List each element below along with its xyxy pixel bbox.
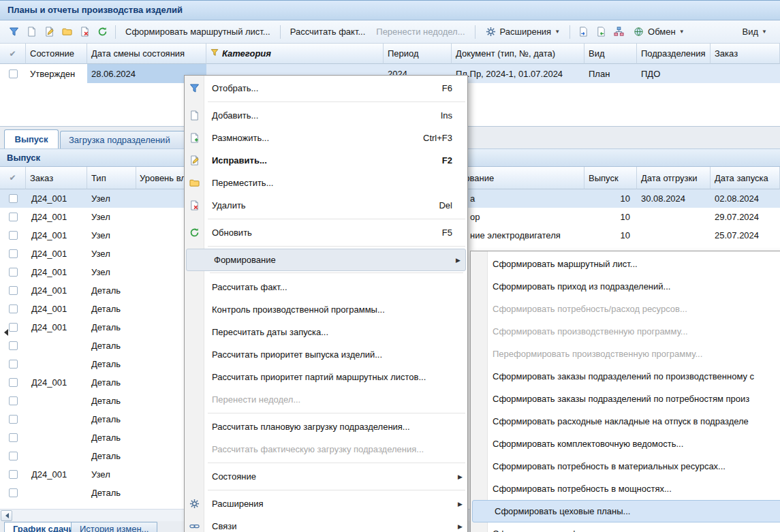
submenu-item-resource-need: Сформировать потребность/расход ресурсов… bbox=[471, 298, 780, 320]
menu-item-calc-planned-load[interactable]: Рассчитать плановую загрузку подразделен… bbox=[185, 416, 467, 438]
submenu-item-material-need[interactable]: Сформировать потребность в материальных … bbox=[471, 455, 780, 478]
copy-document-icon bbox=[189, 132, 200, 144]
delete-document-icon bbox=[189, 200, 200, 211]
header-category[interactable]: Категория bbox=[206, 44, 384, 64]
row-checkbox[interactable] bbox=[9, 268, 18, 277]
menu-item-refresh[interactable]: Обновить F5 bbox=[185, 221, 467, 244]
calc-fact-button[interactable]: Рассчитать факт... bbox=[285, 24, 371, 40]
header-check[interactable]: ✔ bbox=[0, 44, 26, 64]
row-checkbox[interactable] bbox=[9, 396, 18, 405]
menu-item-calc-actual-load: Рассчитать фактическую загрузку подразде… bbox=[185, 438, 467, 460]
submenu-item-route-sheet[interactable]: Сформировать маршрутный лист... bbox=[471, 253, 780, 275]
check-icon: ✔ bbox=[9, 49, 16, 59]
header-check[interactable]: ✔ bbox=[0, 167, 26, 189]
row-checkbox[interactable] bbox=[9, 286, 18, 295]
header-order[interactable]: Заказ bbox=[711, 44, 780, 64]
cell-launch-date: 25.07.2024 bbox=[711, 226, 780, 245]
filter-icon[interactable] bbox=[5, 24, 22, 40]
cell-order: Д24_001 bbox=[26, 318, 87, 337]
header-departments[interactable]: Подразделения bbox=[637, 44, 711, 64]
row-checkbox[interactable] bbox=[9, 378, 18, 387]
view-button[interactable]: Вид▼ bbox=[738, 24, 772, 40]
extensions-button[interactable]: Расширения▼ bbox=[480, 24, 565, 40]
submenu-item-picking-list[interactable]: Сформировать комплектовочную ведомость..… bbox=[471, 433, 780, 455]
toolbar-separator bbox=[475, 25, 475, 39]
header-state[interactable]: Состояние bbox=[26, 44, 87, 64]
submenu-item-dept-orders-production[interactable]: Сформировать заказы подразделений по про… bbox=[471, 365, 780, 388]
row-checkbox[interactable] bbox=[9, 69, 18, 78]
row-checkbox[interactable] bbox=[9, 341, 18, 350]
row-checkbox[interactable] bbox=[9, 194, 18, 203]
menu-item-program-control[interactable]: Контроль производственной программы... bbox=[185, 298, 467, 321]
tab-output[interactable]: Выпуск bbox=[4, 129, 59, 148]
row-checkbox[interactable] bbox=[9, 231, 18, 240]
move-folder-icon[interactable] bbox=[59, 24, 75, 40]
submenu-item-capacity-need[interactable]: Сформировать потребность в мощностях... bbox=[471, 478, 780, 500]
submenu-item-shop-plans[interactable]: Сформировать цеховые планы... bbox=[472, 500, 780, 522]
menu-item-add[interactable]: Добавить... Ins bbox=[185, 104, 467, 127]
row-checkbox[interactable] bbox=[9, 360, 18, 369]
cell-order bbox=[26, 428, 87, 447]
exchange-button[interactable]: Обмен▼ bbox=[628, 24, 689, 40]
menu-item-recalc-launch-dates[interactable]: Пересчитать даты запуска... bbox=[185, 321, 467, 343]
refresh-icon[interactable] bbox=[94, 24, 110, 40]
row-checkbox[interactable] bbox=[9, 213, 18, 221]
cell-order bbox=[26, 410, 87, 428]
header-kind[interactable]: Вид bbox=[584, 44, 637, 64]
row-checkbox[interactable] bbox=[9, 415, 18, 424]
menu-item-duplicate[interactable]: Размножить... Ctrl+F3 bbox=[185, 127, 467, 149]
menu-item-edit[interactable]: Исправить... F2 bbox=[185, 149, 467, 172]
menu-item-formation[interactable]: Формирование ▶ bbox=[186, 249, 466, 271]
menu-item-links[interactable]: Связи ▶ bbox=[185, 515, 467, 532]
header-ship-date[interactable]: Дата отгрузки bbox=[637, 167, 711, 189]
row-checkbox[interactable] bbox=[9, 249, 18, 258]
menu-item-filter[interactable]: Отобрать... F6 bbox=[185, 77, 467, 99]
cell-type: Деталь bbox=[87, 281, 136, 300]
submenu-item-expense-invoices[interactable]: Сформировать расходные накладные на отпу… bbox=[471, 410, 780, 433]
dropdown-arrow-icon: ▼ bbox=[679, 29, 685, 35]
toolbar-separator bbox=[570, 25, 570, 39]
menu-item-state[interactable]: Состояние ▶ bbox=[185, 465, 467, 488]
submenu-item-dept-orders-needs[interactable]: Сформировать заказы подразделений по пот… bbox=[471, 388, 780, 410]
header-output[interactable]: Выпуск bbox=[584, 167, 637, 189]
window-title: Планы и отчеты производства изделий bbox=[0, 0, 780, 20]
menu-item-extensions[interactable]: Расширения ▶ bbox=[185, 492, 467, 515]
header-state-date[interactable]: Дата смены состояния bbox=[87, 44, 206, 64]
toolbar-separator bbox=[280, 25, 281, 39]
cell-type: Деталь bbox=[87, 484, 136, 502]
cell-launch-date: 02.08.2024 bbox=[711, 189, 780, 208]
menu-item-calc-output-priority[interactable]: Рассчитать приоритет выпуска изделий... bbox=[185, 343, 467, 366]
add-document-icon[interactable] bbox=[23, 24, 40, 40]
header-launch-date[interactable]: Дата запуска bbox=[711, 167, 780, 189]
row-checkbox[interactable] bbox=[9, 488, 18, 497]
row-checkbox[interactable] bbox=[9, 470, 18, 479]
cell-output: 10 bbox=[584, 208, 637, 226]
submenu-item-delivery-schedule[interactable]: Сформировать график сдачи... bbox=[471, 522, 780, 532]
menu-item-move[interactable]: Переместить... bbox=[185, 172, 467, 194]
row-checkbox[interactable] bbox=[9, 433, 18, 442]
export-document-icon[interactable] bbox=[575, 24, 591, 40]
row-checkbox[interactable] bbox=[9, 304, 18, 313]
cell-launch-date: 29.07.2024 bbox=[711, 208, 780, 226]
menu-item-calc-batch-priority[interactable]: Рассчитать приоритет партий маршрутных л… bbox=[185, 366, 467, 388]
form-route-sheet-button[interactable]: Сформировать маршрутный лист... bbox=[121, 24, 275, 40]
header-type[interactable]: Тип bbox=[87, 167, 136, 189]
scroll-left-button[interactable] bbox=[1, 510, 12, 521]
header-document[interactable]: Документ (тип, №, дата) bbox=[452, 44, 584, 64]
header-order[interactable]: Заказ bbox=[26, 167, 87, 189]
header-period[interactable]: Период bbox=[384, 44, 452, 64]
delete-document-icon[interactable] bbox=[76, 24, 93, 40]
row-checkbox[interactable] bbox=[9, 452, 18, 460]
cell-type: Деталь bbox=[87, 428, 136, 447]
cell-document: Пл.Пр, 2024-1, 01.07.2024 bbox=[452, 64, 584, 83]
menu-item-delete[interactable]: Удалить Del bbox=[185, 194, 467, 217]
tab-history[interactable]: История измен... bbox=[71, 522, 157, 532]
row-checkbox[interactable] bbox=[9, 323, 18, 332]
submenu-item-incoming[interactable]: Сформировать приход из подразделений... bbox=[471, 275, 780, 298]
edit-document-icon[interactable] bbox=[41, 24, 57, 40]
cell-state: Утвержден bbox=[26, 64, 87, 83]
splitter-collapse-icon[interactable] bbox=[1, 329, 8, 336]
menu-item-calc-fact[interactable]: Рассчитать факт... bbox=[185, 276, 467, 298]
org-structure-icon[interactable] bbox=[610, 24, 627, 40]
import-document-icon[interactable] bbox=[593, 24, 609, 40]
